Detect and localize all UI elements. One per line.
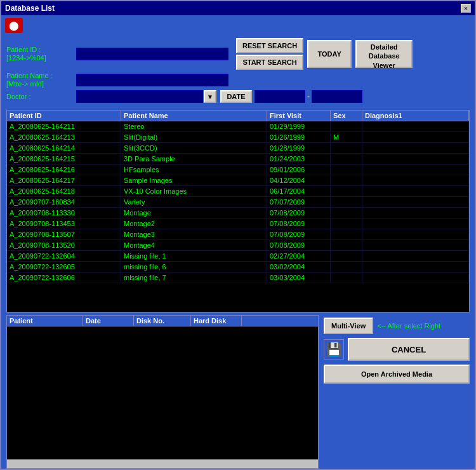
cell-first-visit: 03/02/2004 [267, 262, 331, 272]
cell-name: Montage [121, 208, 267, 218]
date-separator: - [307, 92, 310, 101]
lower-table-scroll[interactable] [7, 326, 318, 459]
cell-sex: M [331, 132, 362, 142]
cell-name: Sample Images [121, 175, 267, 185]
cell-first-visit: 04/12/2004 [267, 175, 331, 185]
table-row[interactable]: A_20090708-113330 Montage 07/08/2009 [7, 208, 469, 218]
col-sex: Sex [331, 111, 362, 121]
cell-sex [331, 262, 362, 272]
cell-id: A_20090708-113507 [7, 229, 121, 239]
close-button[interactable]: × [461, 4, 471, 13]
cell-id: A_20080625-164216 [7, 164, 121, 175]
cell-diagnosis [362, 121, 469, 131]
cell-name: VX-10 Color Images [121, 186, 267, 196]
cell-sex [331, 197, 362, 207]
cell-first-visit: 01/28/1999 [267, 143, 331, 153]
cell-first-visit: 07/08/2009 [267, 240, 331, 250]
cell-id: A_20090708-113520 [7, 240, 121, 250]
cell-first-visit: 01/24/2003 [267, 154, 331, 164]
today-button[interactable]: TODAY [307, 40, 352, 68]
lower-table-scrollbar-x[interactable] [7, 459, 318, 468]
cell-first-visit: 09/01/2006 [267, 164, 331, 175]
after-select-label: <-- After select Right [377, 322, 440, 330]
table-row[interactable]: A_20080625-164216 HFsamples 09/01/2006 [7, 164, 469, 175]
cell-id: A_20090722-132606 [7, 272, 121, 283]
detailed-db-viewer-button[interactable]: Detailed Database Viewer [355, 40, 413, 68]
cell-id: A_20090707-180834 [7, 197, 121, 207]
main-table: Patient ID Patient Name First Visit Sex … [6, 110, 470, 312]
cell-sex [331, 218, 362, 229]
table-row[interactable]: A_20080625-164213 Slit(Digital) 01/26/19… [7, 132, 469, 143]
cell-diagnosis [362, 272, 469, 283]
patient-name-label: Patient Name : [Mtte-> mId] [6, 72, 76, 88]
cell-diagnosis [362, 164, 469, 175]
table-row[interactable]: A_20080625-164217 Sample Images 04/12/20… [7, 175, 469, 186]
cell-id: A_20080625-164218 [7, 186, 121, 196]
cell-id: A_20080625-164211 [7, 121, 121, 131]
multiview-row: Multi-View <-- After select Right [324, 318, 470, 334]
main-table-scroll[interactable]: A_20080625-164211 Stereo 01/29/1999 A_20… [7, 121, 469, 312]
lower-col-date: Date [83, 316, 134, 326]
table-row[interactable]: A_20090708-113520 Montage4 07/08/2009 [7, 240, 469, 251]
reset-search-button[interactable]: RESET SEARCH [236, 38, 303, 53]
table-row[interactable]: A_20080625-164215 3D Para Sample 01/24/2… [7, 154, 469, 164]
start-search-button[interactable]: START SEARCH [236, 55, 303, 70]
camera-icon: ⬤ [5, 18, 23, 33]
table-row[interactable]: A_20090722-132605 missing file, 6 03/02/… [7, 262, 469, 272]
date-button[interactable]: DATE [220, 90, 252, 103]
cancel-row: 💾 CANCEL [324, 338, 470, 361]
title-bar: Database List × [1, 1, 475, 15]
cell-diagnosis [362, 197, 469, 207]
cell-first-visit: 06/17/2004 [267, 186, 331, 196]
col-patient-id: Patient ID [7, 111, 121, 121]
cell-first-visit: 07/08/2009 [267, 218, 331, 229]
cell-diagnosis [362, 208, 469, 218]
cell-name: Variety [121, 197, 267, 207]
patient-id-input[interactable] [76, 48, 228, 60]
patient-name-input[interactable] [76, 74, 228, 86]
cell-sex [331, 208, 362, 218]
cell-sex [331, 154, 362, 164]
lower-table-header: Patient Date Disk No. Hard Disk [7, 316, 318, 326]
cell-id: A_20090722-132605 [7, 262, 121, 272]
cell-diagnosis [362, 175, 469, 185]
cell-name: Montage4 [121, 240, 267, 250]
patient-id-label: Patient ID : [1234->%04] [6, 46, 76, 62]
cell-id: A_20090708-113453 [7, 218, 121, 229]
cell-diagnosis [362, 229, 469, 239]
cell-diagnosis [362, 132, 469, 142]
cell-first-visit: 01/26/1999 [267, 132, 331, 142]
cell-id: A_20080625-164214 [7, 143, 121, 153]
cell-diagnosis [362, 154, 469, 164]
table-row[interactable]: A_20090708-113453 Montage2 07/08/2009 [7, 218, 469, 229]
table-row[interactable]: A_20080625-164214 Slit(3CCD) 01/28/1999 [7, 143, 469, 154]
cell-first-visit: 03/03/2004 [267, 272, 331, 283]
multiview-button[interactable]: Multi-View [324, 318, 373, 334]
window-title: Database List [5, 4, 55, 13]
cell-first-visit: 02/27/2004 [267, 251, 331, 261]
patient-name-row: Patient Name : [Mtte-> mId] [6, 72, 470, 88]
doctor-input[interactable] [76, 90, 203, 103]
table-row[interactable]: A_20080625-164218 VX-10 Color Images 06/… [7, 186, 469, 197]
lower-table: Patient Date Disk No. Hard Disk [6, 315, 319, 469]
date-from-input[interactable] [255, 90, 305, 103]
cell-sex [331, 251, 362, 261]
cell-diagnosis [362, 251, 469, 261]
table-row[interactable]: A_20090708-113507 Montage3 07/08/2009 [7, 229, 469, 240]
cancel-button[interactable]: CANCEL [348, 338, 470, 361]
cell-id: A_20090722-132604 [7, 251, 121, 261]
cell-first-visit: 07/07/2009 [267, 197, 331, 207]
date-to-input[interactable] [312, 90, 362, 103]
table-row[interactable]: A_20090722-132604 Missing file, 1 02/27/… [7, 251, 469, 262]
cell-sex [331, 229, 362, 239]
cell-name: missing file, 6 [121, 262, 267, 272]
doctor-dropdown-arrow[interactable]: ▼ [204, 90, 216, 103]
table-row[interactable]: A_20090722-132606 missing file, 7 03/03/… [7, 272, 469, 283]
lower-col-harddisk: Hard Disk [191, 316, 242, 326]
cell-first-visit: 07/08/2009 [267, 208, 331, 218]
table-row[interactable]: A_20080625-164211 Stereo 01/29/1999 [7, 121, 469, 132]
open-archived-media-button[interactable]: Open Archived Media [324, 365, 470, 384]
cell-name: Stereo [121, 121, 267, 131]
table-row[interactable]: A_20090707-180834 Variety 07/07/2009 [7, 197, 469, 208]
lower-col-patient: Patient [7, 316, 83, 326]
